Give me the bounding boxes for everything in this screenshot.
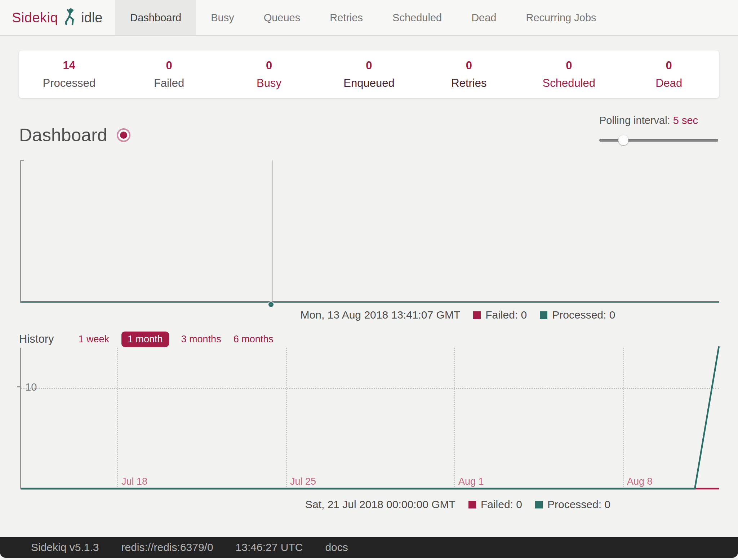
brand-area: Sidekiq idle — [0, 0, 115, 35]
history-range-buttons: 1 week 1 month 3 months 6 months — [78, 332, 273, 347]
range-1-week-button[interactable]: 1 week — [78, 334, 109, 345]
stat-busy-value: 0 — [219, 59, 319, 72]
history-legend: Sat, 21 Jul 2018 00:00:00 GMT Failed: 0 … — [20, 498, 719, 511]
history-series-svg — [21, 348, 719, 489]
stat-failed-value: 0 — [119, 59, 219, 72]
sidekiq-martial-figure-icon — [63, 8, 77, 27]
worker-status-text: idle — [81, 10, 102, 26]
page-title-text: Dashboard — [19, 125, 107, 146]
polling-interval-value[interactable]: 5 sec — [673, 115, 698, 126]
polling-interval-control: Polling interval: 5 sec — [599, 115, 718, 145]
tab-dead[interactable]: Dead — [457, 0, 511, 35]
slider-thumb[interactable] — [618, 135, 628, 145]
stat-retries[interactable]: 0 Retries — [419, 59, 519, 90]
stat-failed-label: Failed — [119, 77, 219, 90]
footer-version: Sidekiq v5.1.3 — [31, 541, 99, 554]
processed-swatch-icon — [535, 501, 543, 508]
hover-point-marker — [268, 302, 274, 307]
history-legend-processed: Processed: 0 — [535, 498, 610, 511]
range-1-month-button[interactable]: 1 month — [121, 332, 169, 347]
realtime-legend-time: Mon, 13 Aug 2018 13:41:07 GMT — [301, 309, 461, 321]
dashboard-title-row: Dashboard Polling interval: 5 sec — [19, 119, 719, 155]
stat-scheduled-value: 0 — [519, 59, 619, 72]
processed-swatch-icon — [540, 311, 547, 319]
tab-busy[interactable]: Busy — [196, 0, 249, 35]
stat-busy[interactable]: 0 Busy — [219, 59, 319, 90]
stats-summary-card: 14 Processed 0 Failed 0 Busy 0 Enqueued … — [19, 50, 719, 98]
stat-processed-label: Processed — [19, 77, 119, 90]
stat-scheduled[interactable]: 0 Scheduled — [519, 59, 619, 90]
history-failed-text: Failed: 0 — [481, 498, 522, 511]
history-title: History — [19, 333, 54, 346]
sidekiq-brand[interactable]: Sidekiq — [12, 10, 58, 26]
stat-dead[interactable]: 0 Dead — [619, 59, 719, 90]
polling-interval-slider[interactable] — [599, 135, 718, 145]
stat-busy-label[interactable]: Busy — [219, 77, 319, 90]
realtime-failed-text: Failed: 0 — [485, 309, 527, 321]
stat-processed: 14 Processed — [19, 59, 119, 90]
realtime-processed-text: Processed: 0 — [552, 309, 615, 321]
stat-retries-value: 0 — [419, 59, 519, 72]
page-title: Dashboard — [19, 125, 130, 146]
tab-queues[interactable]: Queues — [249, 0, 315, 35]
history-legend-time: Sat, 21 Jul 2018 00:00:00 GMT — [305, 498, 455, 511]
stat-enqueued-value: 0 — [319, 59, 419, 72]
range-3-months-button[interactable]: 3 months — [181, 334, 221, 345]
tab-retries[interactable]: Retries — [315, 0, 378, 35]
stat-dead-value: 0 — [619, 59, 719, 72]
slider-track[interactable] — [599, 139, 718, 142]
stat-dead-label[interactable]: Dead — [619, 77, 719, 90]
stat-enqueued[interactable]: 0 Enqueued — [319, 59, 419, 90]
footer-server-time: 13:46:27 UTC — [236, 541, 303, 554]
tab-recurring-jobs[interactable]: Recurring Jobs — [511, 0, 611, 35]
polling-interval-label: Polling interval: — [599, 115, 670, 126]
range-6-months-button[interactable]: 6 months — [234, 334, 274, 345]
footer-redis-url: redis://redis:6379/0 — [121, 541, 213, 554]
tab-scheduled[interactable]: Scheduled — [378, 0, 457, 35]
y-axis-tick-10 — [17, 386, 20, 387]
failed-swatch-icon — [473, 311, 481, 319]
stat-failed: 0 Failed — [119, 59, 219, 90]
realtime-chart — [20, 160, 719, 303]
live-beacon-icon — [117, 128, 130, 142]
stat-processed-value: 14 — [19, 59, 119, 72]
stat-scheduled-label[interactable]: Scheduled — [519, 77, 619, 90]
nav-tabs: Dashboard Busy Queues Retries Scheduled … — [115, 0, 611, 35]
footer-bar: Sidekiq v5.1.3 redis://redis:6379/0 13:4… — [0, 537, 738, 558]
stat-enqueued-label[interactable]: Enqueued — [319, 77, 419, 90]
realtime-legend: Mon, 13 Aug 2018 13:41:07 GMT Failed: 0 … — [20, 308, 719, 321]
history-header: History 1 week 1 month 3 months 6 months — [19, 332, 719, 347]
realtime-legend-processed: Processed: 0 — [540, 309, 615, 321]
history-processed-text: Processed: 0 — [547, 498, 610, 511]
failed-swatch-icon — [468, 501, 476, 508]
history-legend-failed: Failed: 0 — [468, 498, 522, 511]
realtime-series-svg — [21, 160, 719, 303]
stat-retries-label[interactable]: Retries — [419, 77, 519, 90]
history-chart: 10 Jul 18 Jul 25 Aug 1 Aug 8 — [20, 348, 719, 489]
top-navbar: Sidekiq idle Dashboard Busy Queues Retri… — [0, 0, 738, 36]
realtime-legend-failed: Failed: 0 — [473, 309, 527, 321]
tab-dashboard[interactable]: Dashboard — [115, 0, 196, 35]
footer-docs-link[interactable]: docs — [325, 541, 348, 554]
